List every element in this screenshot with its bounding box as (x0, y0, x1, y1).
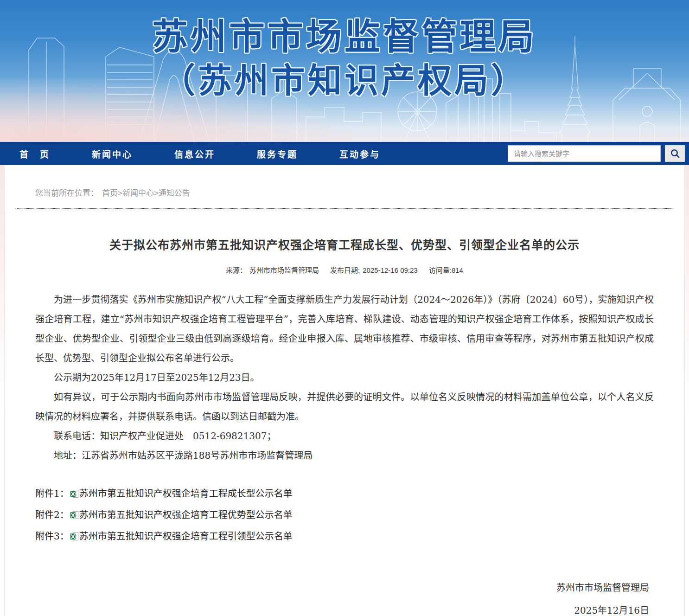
nav-item-service-topics[interactable]: 服务专题 (257, 148, 298, 160)
site-title: 苏州市市场监督管理局 (0, 16, 689, 58)
paragraph-intro: 为进一步贯彻落实《苏州市实施知识产权“八大工程”全面支撑新质生产力发展行动计划（… (35, 290, 654, 368)
excel-file-icon (70, 528, 79, 548)
excel-file-icon (70, 507, 79, 526)
site-subtitle: （苏州市知识产权局） (0, 61, 689, 101)
paragraph-address: 地址：江苏省苏州市姑苏区平泷路188号苏州市市场监督管理局 (35, 446, 654, 465)
content-panel: 您当前所在位置：首页>新闻中心>通知公告 关于拟公布苏州市第五批知识产权强企培育… (4, 165, 685, 616)
breadcrumb-label: 您当前所在位置： (35, 189, 98, 198)
signature-org: 苏州市市场监督管理局 (5, 577, 649, 599)
article-meta: 来源：苏州市市场监督管理局发布日期:2025-12-16 09:23访问量:81… (5, 265, 684, 275)
breadcrumb-path[interactable]: 首页>新闻中心>通知公告 (102, 189, 190, 198)
site-title-block: 苏州市市场监督管理局 （苏州市知识产权局） (0, 16, 689, 101)
meta-source-label: 来源： (226, 266, 247, 274)
nav-item-interaction[interactable]: 互动参与 (339, 148, 380, 160)
nav-item-news[interactable]: 新闻中心 (92, 148, 133, 160)
dotted-divider (17, 208, 672, 209)
meta-source: 苏州市市场监督管理局 (249, 266, 319, 274)
article-body: 为进一步贯彻落实《苏州市实施知识产权“八大工程”全面支撑新质生产力发展行动计划（… (35, 290, 654, 465)
search-button[interactable] (665, 145, 685, 162)
attachment-link[interactable]: 苏州市第五批知识产权强企培育工程优势型公示名单 (79, 509, 293, 520)
meta-date-label: 发布日期: (330, 266, 360, 274)
page: 苏州市市场监督管理局 （苏州市知识产权局） 首 页 新闻中心 信息公开 服务专题… (0, 0, 689, 616)
paragraph-publicity-period: 公示期为2025年12月17日至2025年12月23日。 (35, 368, 654, 387)
attachment-row: 附件2：苏州市第五批知识产权强企培育工程优势型公示名单 (35, 505, 654, 526)
article-title: 关于拟公布苏州市第五批知识产权强企培育工程成长型、优势型、引领型企业名单的公示 (37, 236, 652, 252)
signature-date: 2025年12月16日 (5, 599, 649, 616)
search-icon (670, 148, 680, 159)
attachment-link[interactable]: 苏州市第五批知识产权强企培育工程引领型公示名单 (79, 531, 293, 542)
meta-date: 2025-12-16 09:23 (363, 266, 417, 274)
article: 关于拟公布苏州市第五批知识产权强企培育工程成长型、优势型、引领型企业名单的公示 … (5, 236, 684, 616)
excel-file-icon (70, 485, 79, 505)
nav-item-info-disclosure[interactable]: 信息公开 (174, 148, 215, 160)
meta-views: 814 (452, 266, 463, 274)
attachment-label: 附件1： (35, 488, 69, 499)
paragraph-contact-phone: 联系电话：知识产权产业促进处 0512-69821307； (35, 426, 654, 446)
search-input[interactable] (508, 145, 661, 162)
attachment-row: 附件1：苏州市第五批知识产权强企培育工程成长型公示名单 (35, 484, 654, 505)
attachment-label: 附件2： (35, 509, 69, 520)
search-bar (508, 145, 685, 162)
attachment-label: 附件3： (35, 531, 69, 542)
attachment-link[interactable]: 苏州市第五批知识产权强企培育工程成长型公示名单 (79, 488, 293, 499)
nav-item-home[interactable]: 首 页 (19, 148, 50, 160)
signature-block: 苏州市市场监督管理局 2025年12月16日 (5, 577, 649, 616)
attachment-list: 附件1：苏州市第五批知识产权强企培育工程成长型公示名单 附件2：苏州市第五批知识… (35, 484, 654, 548)
meta-views-label: 访问量: (429, 266, 452, 274)
site-banner: 苏州市市场监督管理局 （苏州市知识产权局） (0, 0, 689, 142)
breadcrumb: 您当前所在位置：首页>新闻中心>通知公告 (5, 165, 684, 198)
attachment-row: 附件3：苏州市第五批知识产权强企培育工程引领型公示名单 (35, 526, 654, 548)
main-nav: 首 页 新闻中心 信息公开 服务专题 互动参与 (0, 142, 689, 165)
paragraph-objection: 如有异议，可于公示期内书面向苏州市市场监督管理局反映，并提供必要的证明文件。以单… (35, 387, 654, 426)
